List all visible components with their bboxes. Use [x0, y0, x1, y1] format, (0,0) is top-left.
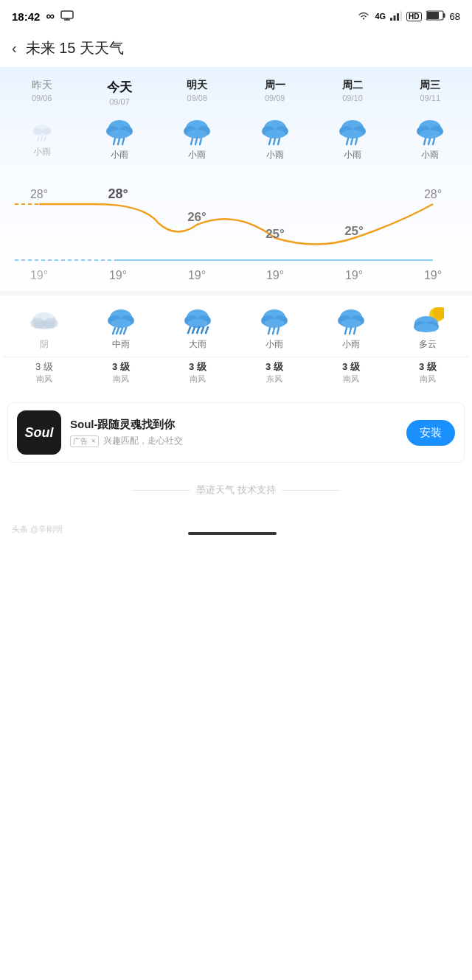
svg-line-36 — [274, 139, 275, 144]
ad-close-icon[interactable]: × — [91, 437, 96, 445]
svg-point-104 — [415, 323, 437, 332]
ad-banner: Soul Soul-跟随灵魂找到你 广告 × 兴趣匹配，走心社交 安装 — [7, 402, 465, 463]
day-name-1: 今天 — [107, 79, 132, 96]
infinity-icon: ∞ — [46, 10, 54, 23]
svg-line-97 — [350, 328, 351, 334]
eve-weather-5: 多云 — [389, 307, 466, 351]
svg-line-28 — [191, 139, 192, 144]
ad-logo: Soul — [17, 410, 61, 455]
day-col-0: 昨天 09/06 — [3, 79, 80, 106]
svg-line-50 — [428, 139, 430, 144]
svg-point-48 — [420, 130, 440, 139]
svg-line-44 — [355, 139, 357, 144]
wind-row: 3 级 南风 3 级 南风 3 级 南风 3 级 东风 3 级 南风 3 级 南… — [3, 357, 469, 388]
eve-weather-4: 小雨 — [313, 307, 389, 351]
day-name-4: 周二 — [342, 79, 363, 92]
svg-line-37 — [278, 139, 280, 144]
svg-point-41 — [342, 130, 363, 139]
day-col-5: 周三 09/11 — [392, 79, 469, 106]
top-weather-1: 小雨 — [80, 118, 158, 161]
eve-weather-1: 中雨 — [83, 307, 159, 351]
top-desc-2: 小雨 — [188, 149, 206, 161]
svg-line-90 — [273, 328, 274, 334]
signal-label: 4G — [375, 12, 386, 21]
svg-text:28°: 28° — [30, 188, 48, 200]
svg-text:19°: 19° — [424, 269, 442, 281]
ad-title: Soul-跟随灵魂找到你 — [70, 418, 398, 432]
svg-line-14 — [41, 137, 42, 141]
battery-level: 68 — [450, 11, 460, 22]
back-button[interactable]: ‹ — [12, 40, 17, 57]
wind-level-2: 3 级 — [189, 360, 206, 374]
wind-2: 3 级 南风 — [159, 360, 236, 385]
svg-text:28°: 28° — [424, 188, 442, 200]
svg-line-51 — [433, 139, 434, 144]
wind-dir-3: 东风 — [266, 374, 282, 385]
time-display: 18:42 — [12, 10, 40, 23]
top-desc-0: 小雨 — [33, 146, 51, 158]
day-date-3: 09/09 — [265, 94, 285, 102]
top-weather-4: 小雨 — [313, 118, 391, 161]
svg-line-96 — [345, 328, 347, 334]
svg-line-82 — [197, 327, 199, 333]
svg-line-72 — [113, 328, 115, 334]
top-desc-3: 小雨 — [266, 149, 284, 161]
ad-tag-label: 广告 — [73, 437, 88, 445]
ad-subtitle: 兴趣匹配，走心社交 — [103, 435, 183, 447]
day-name-3: 周一 — [265, 79, 285, 92]
svg-text:25°: 25° — [266, 227, 285, 241]
wind-dir-0: 南风 — [36, 374, 52, 385]
svg-rect-4 — [394, 15, 396, 21]
wind-level-4: 3 级 — [342, 360, 360, 374]
home-indicator[interactable] — [188, 532, 277, 535]
svg-line-84 — [206, 327, 208, 333]
ad-tag: 广告 × — [70, 435, 99, 447]
svg-text:19°: 19° — [30, 269, 48, 281]
svg-rect-9 — [443, 13, 445, 18]
eve-desc-4: 小雨 — [342, 338, 360, 351]
bottom-weather: 阴 中雨 — [0, 295, 472, 393]
top-weather-2: 小雨 — [159, 118, 236, 161]
svg-rect-3 — [390, 18, 392, 21]
svg-rect-8 — [427, 12, 439, 19]
day-name-0: 昨天 — [32, 79, 52, 92]
page-title: 未来 15 天天气 — [26, 38, 124, 58]
wind-0: 3 级 南风 — [6, 360, 83, 385]
bottom-source: 头条 @辛刚明 — [12, 524, 63, 535]
footer-line-left — [131, 490, 190, 491]
footer-line-right — [282, 490, 341, 491]
eve-desc-1: 中雨 — [112, 338, 130, 351]
svg-line-83 — [201, 327, 204, 333]
wind-3: 3 级 东风 — [236, 360, 313, 385]
svg-line-75 — [124, 328, 126, 334]
day-date-0: 09/06 — [32, 94, 52, 102]
svg-point-27 — [187, 130, 207, 139]
day-name-5: 周三 — [420, 79, 440, 92]
svg-line-49 — [424, 139, 426, 144]
svg-line-30 — [200, 139, 201, 144]
svg-line-42 — [347, 139, 348, 144]
svg-text:25°: 25° — [344, 224, 364, 238]
page-header: ‹ 未来 15 天天气 — [0, 32, 472, 67]
top-weather-5: 小雨 — [392, 118, 469, 161]
status-right: 4G HD 68 — [357, 10, 460, 23]
wind-dir-2: 南风 — [190, 374, 206, 385]
status-left: 18:42 ∞ — [12, 10, 74, 23]
wind-level-5: 3 级 — [419, 360, 437, 374]
ad-tag-row: 广告 × 兴趣匹配，走心社交 — [70, 435, 398, 447]
svg-line-81 — [192, 327, 195, 333]
wind-4: 3 级 南风 — [313, 360, 389, 385]
top-weather-0: 小雨 — [3, 121, 80, 158]
svg-line-80 — [188, 327, 190, 333]
notification-icon — [60, 10, 74, 23]
svg-text:26°: 26° — [187, 210, 206, 224]
svg-point-20 — [109, 130, 130, 139]
eve-desc-0: 阴 — [40, 338, 49, 351]
install-button[interactable]: 安装 — [406, 420, 455, 446]
svg-text:19°: 19° — [109, 269, 127, 281]
svg-line-15 — [44, 137, 46, 141]
top-desc-5: 小雨 — [421, 149, 439, 161]
svg-rect-0 — [61, 11, 73, 18]
footer-text: 墨迹天气 技术支持 — [196, 483, 276, 497]
svg-line-74 — [120, 328, 122, 334]
